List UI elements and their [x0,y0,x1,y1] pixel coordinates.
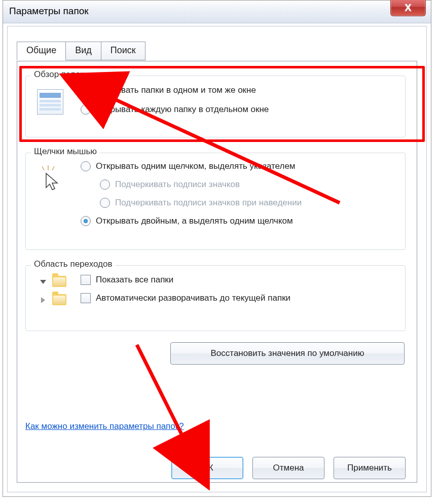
tab-general[interactable]: Общие [17,42,66,60]
svg-line-2 [52,166,54,170]
radio-underline-hover: Подчеркивать подписи значков при наведен… [100,198,302,208]
tab-strip: Общие Вид Поиск [17,42,145,60]
radio-label: Открывать двойным, а выделять одним щелч… [96,216,293,226]
ok-button[interactable]: ОК [171,457,243,479]
radio-underline-always: Подчеркивать подписи значков [100,179,240,190]
radio-icon [100,198,110,208]
tab-view[interactable]: Вид [65,42,101,60]
check-label: Показать все папки [96,275,173,285]
group-click-items: Щелчки мышью Открывать одним щелчком, вы… [25,153,406,250]
checkbox-icon [81,293,91,303]
client-area: Общие Вид Поиск Обзор папок Открывать па… [7,26,427,492]
radio-icon [81,85,91,95]
browse-folders-icon [37,89,63,115]
folder-icon [52,294,66,305]
radio-icon [100,179,110,190]
folder-icon [52,276,66,287]
radio-same-window[interactable]: Открывать папки в одном и том же окне [81,85,256,95]
check-label: Автоматически разворачивать до текущей п… [96,293,290,303]
group-browse-title: Обзор папок [31,69,87,80]
check-show-all-folders[interactable]: Показать все папки [81,275,173,285]
radio-label: Открывать каждую папку в отдельном окне [96,104,269,115]
radio-label: Подчеркивать подписи значков [115,179,240,190]
close-button[interactable]: X [390,0,426,16]
tab-search[interactable]: Поиск [101,42,145,60]
radio-double-click[interactable]: Открывать двойным, а выделять одним щелч… [81,216,293,226]
click-icon [37,164,62,192]
group-nav-title: Область переходов [31,259,115,269]
radio-icon [81,161,91,171]
tree-expand-icon[interactable] [41,297,45,303]
apply-button[interactable]: Применить [334,457,406,479]
checkbox-icon [81,275,91,285]
tree-collapse-icon[interactable] [40,280,46,284]
radio-icon [81,216,91,226]
cancel-button[interactable]: Отмена [252,457,324,479]
group-click-title: Щелчки мышью [31,147,100,157]
radio-each-window[interactable]: Открывать каждую папку в отдельном окне [81,104,269,115]
group-browse-folders: Обзор папок Открывать папки в одном и то… [25,76,406,137]
svg-line-0 [42,166,44,170]
window-title: Параметры папок [9,6,89,17]
radio-label: Подчеркивать подписи значков при наведен… [115,198,302,208]
help-link[interactable]: Как можно изменить параметры папок? [25,421,184,431]
close-icon: X [405,2,411,14]
check-auto-expand[interactable]: Автоматически разворачивать до текущей п… [81,293,290,303]
group-navigation-pane: Область переходов Показать все папки Авт… [25,265,406,331]
titlebar: Параметры папок X [3,1,431,23]
radio-label: Открывать папки в одном и том же окне [96,85,256,95]
tab-panel-general: Обзор папок Открывать папки в одном и то… [17,61,417,483]
radio-single-click[interactable]: Открывать одним щелчком, выделять указат… [81,161,296,171]
radio-icon [81,104,91,115]
radio-label: Открывать одним щелчком, выделять указат… [96,161,296,171]
folder-options-dialog: Параметры папок X Общие Вид Поиск Обзор … [3,0,431,497]
restore-defaults-button[interactable]: Восстановить значения по умолчанию [170,342,405,365]
